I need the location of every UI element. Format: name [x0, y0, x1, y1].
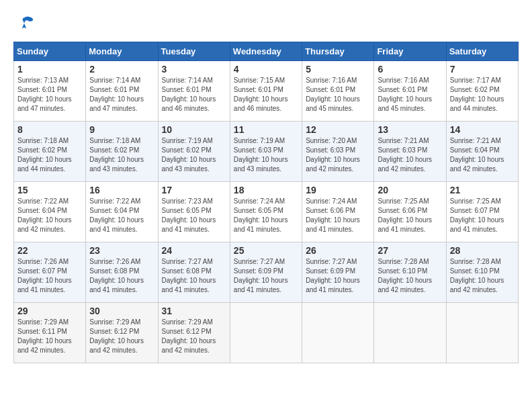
day-info: Sunrise: 7:24 AMSunset: 6:05 PMDaylight:… [234, 197, 298, 234]
day-info: Sunrise: 7:29 AMSunset: 6:12 PMDaylight:… [89, 318, 154, 355]
table-row: 16Sunrise: 7:22 AMSunset: 6:04 PMDayligh… [86, 182, 158, 242]
weekday-header-row: Sunday Monday Tuesday Wednesday Thursday… [14, 42, 519, 61]
calendar-week-row: 8Sunrise: 7:18 AMSunset: 6:02 PMDaylight… [14, 122, 519, 182]
day-number: 22 [17, 245, 82, 256]
header-wednesday: Wednesday [230, 42, 302, 61]
header-thursday: Thursday [302, 42, 374, 61]
day-info: Sunrise: 7:19 AMSunset: 6:02 PMDaylight:… [162, 136, 226, 174]
table-row: 11Sunrise: 7:19 AMSunset: 6:03 PMDayligh… [230, 122, 302, 182]
table-row: 8Sunrise: 7:18 AMSunset: 6:02 PMDaylight… [14, 122, 86, 182]
day-number: 26 [306, 245, 370, 256]
calendar-week-row: 22Sunrise: 7:26 AMSunset: 6:07 PMDayligh… [14, 242, 519, 303]
day-number: 7 [450, 64, 515, 75]
day-number: 9 [89, 124, 154, 135]
day-info: Sunrise: 7:22 AMSunset: 6:04 PMDaylight:… [17, 197, 82, 234]
day-number: 29 [17, 306, 82, 316]
table-row: 29Sunrise: 7:29 AMSunset: 6:11 PMDayligh… [14, 303, 86, 363]
day-info: Sunrise: 7:19 AMSunset: 6:03 PMDaylight:… [234, 136, 298, 174]
table-row [302, 303, 374, 363]
day-number: 10 [162, 124, 226, 135]
day-info: Sunrise: 7:20 AMSunset: 6:03 PMDaylight:… [306, 136, 370, 174]
day-info: Sunrise: 7:27 AMSunset: 6:08 PMDaylight:… [162, 257, 226, 295]
day-number: 8 [17, 124, 82, 135]
day-info: Sunrise: 7:15 AMSunset: 6:01 PMDaylight:… [234, 76, 298, 113]
day-number: 23 [89, 245, 154, 256]
logo [13, 13, 38, 35]
day-info: Sunrise: 7:21 AMSunset: 6:04 PMDaylight:… [450, 136, 515, 174]
header-friday: Friday [374, 42, 446, 61]
day-info: Sunrise: 7:16 AMSunset: 6:01 PMDaylight:… [306, 76, 370, 113]
day-number: 13 [378, 124, 442, 135]
day-number: 18 [234, 185, 298, 195]
table-row: 17Sunrise: 7:23 AMSunset: 6:05 PMDayligh… [158, 182, 230, 242]
table-row: 30Sunrise: 7:29 AMSunset: 6:12 PMDayligh… [86, 303, 158, 363]
day-info: Sunrise: 7:26 AMSunset: 6:08 PMDaylight:… [89, 257, 154, 295]
header-tuesday: Tuesday [158, 42, 230, 61]
day-info: Sunrise: 7:22 AMSunset: 6:04 PMDaylight:… [89, 197, 154, 234]
table-row: 20Sunrise: 7:25 AMSunset: 6:06 PMDayligh… [374, 182, 446, 242]
table-row: 15Sunrise: 7:22 AMSunset: 6:04 PMDayligh… [14, 182, 86, 242]
table-row: 10Sunrise: 7:19 AMSunset: 6:02 PMDayligh… [158, 122, 230, 182]
table-row: 9Sunrise: 7:18 AMSunset: 6:02 PMDaylight… [86, 122, 158, 182]
table-row [374, 303, 446, 363]
day-number: 3 [162, 64, 226, 75]
day-info: Sunrise: 7:28 AMSunset: 6:10 PMDaylight:… [378, 257, 442, 295]
day-number: 16 [89, 185, 154, 195]
day-number: 31 [162, 306, 226, 316]
day-number: 20 [378, 185, 442, 195]
table-row [230, 303, 302, 363]
table-row: 31Sunrise: 7:29 AMSunset: 6:12 PMDayligh… [158, 303, 230, 363]
table-row: 25Sunrise: 7:27 AMSunset: 6:09 PMDayligh… [230, 242, 302, 303]
calendar-week-row: 1Sunrise: 7:13 AMSunset: 6:01 PMDaylight… [14, 61, 519, 122]
table-row: 12Sunrise: 7:20 AMSunset: 6:03 PMDayligh… [302, 122, 374, 182]
calendar-table: Sunday Monday Tuesday Wednesday Thursday… [13, 42, 519, 363]
day-number: 28 [450, 245, 515, 256]
day-number: 6 [378, 64, 442, 75]
day-number: 11 [234, 124, 298, 135]
day-info: Sunrise: 7:24 AMSunset: 6:06 PMDaylight:… [306, 197, 370, 234]
table-row: 21Sunrise: 7:25 AMSunset: 6:07 PMDayligh… [446, 182, 518, 242]
table-row: 1Sunrise: 7:13 AMSunset: 6:01 PMDaylight… [14, 61, 86, 122]
table-row: 18Sunrise: 7:24 AMSunset: 6:05 PMDayligh… [230, 182, 302, 242]
day-info: Sunrise: 7:21 AMSunset: 6:03 PMDaylight:… [378, 136, 442, 174]
day-info: Sunrise: 7:14 AMSunset: 6:01 PMDaylight:… [89, 76, 154, 113]
day-info: Sunrise: 7:18 AMSunset: 6:02 PMDaylight:… [17, 136, 82, 174]
day-number: 14 [450, 124, 515, 135]
table-row: 3Sunrise: 7:14 AMSunset: 6:01 PMDaylight… [158, 61, 230, 122]
day-number: 17 [162, 185, 226, 195]
day-info: Sunrise: 7:18 AMSunset: 6:02 PMDaylight:… [89, 136, 154, 174]
table-row: 4Sunrise: 7:15 AMSunset: 6:01 PMDaylight… [230, 61, 302, 122]
day-number: 21 [450, 185, 515, 195]
day-info: Sunrise: 7:23 AMSunset: 6:05 PMDaylight:… [162, 197, 226, 234]
day-number: 12 [306, 124, 370, 135]
table-row: 24Sunrise: 7:27 AMSunset: 6:08 PMDayligh… [158, 242, 230, 303]
page-header [13, 13, 519, 35]
day-info: Sunrise: 7:13 AMSunset: 6:01 PMDaylight:… [17, 76, 82, 113]
day-info: Sunrise: 7:27 AMSunset: 6:09 PMDaylight:… [234, 257, 298, 295]
day-info: Sunrise: 7:17 AMSunset: 6:02 PMDaylight:… [450, 76, 515, 113]
table-row [446, 303, 518, 363]
logo-icon [13, 13, 35, 35]
table-row: 5Sunrise: 7:16 AMSunset: 6:01 PMDaylight… [302, 61, 374, 122]
day-number: 24 [162, 245, 226, 256]
day-info: Sunrise: 7:26 AMSunset: 6:07 PMDaylight:… [17, 257, 82, 295]
table-row: 14Sunrise: 7:21 AMSunset: 6:04 PMDayligh… [446, 122, 518, 182]
day-number: 2 [89, 64, 154, 75]
calendar-week-row: 29Sunrise: 7:29 AMSunset: 6:11 PMDayligh… [14, 303, 519, 363]
day-number: 27 [378, 245, 442, 256]
day-number: 30 [89, 306, 154, 316]
header-monday: Monday [86, 42, 158, 61]
day-number: 15 [17, 185, 82, 195]
table-row: 22Sunrise: 7:26 AMSunset: 6:07 PMDayligh… [14, 242, 86, 303]
day-number: 25 [234, 245, 298, 256]
day-number: 4 [234, 64, 298, 75]
day-number: 5 [306, 64, 370, 75]
table-row: 28Sunrise: 7:28 AMSunset: 6:10 PMDayligh… [446, 242, 518, 303]
day-info: Sunrise: 7:16 AMSunset: 6:01 PMDaylight:… [378, 76, 442, 113]
table-row: 23Sunrise: 7:26 AMSunset: 6:08 PMDayligh… [86, 242, 158, 303]
day-number: 19 [306, 185, 370, 195]
table-row: 19Sunrise: 7:24 AMSunset: 6:06 PMDayligh… [302, 182, 374, 242]
day-number: 1 [17, 64, 82, 75]
day-info: Sunrise: 7:28 AMSunset: 6:10 PMDaylight:… [450, 257, 515, 295]
table-row: 2Sunrise: 7:14 AMSunset: 6:01 PMDaylight… [86, 61, 158, 122]
